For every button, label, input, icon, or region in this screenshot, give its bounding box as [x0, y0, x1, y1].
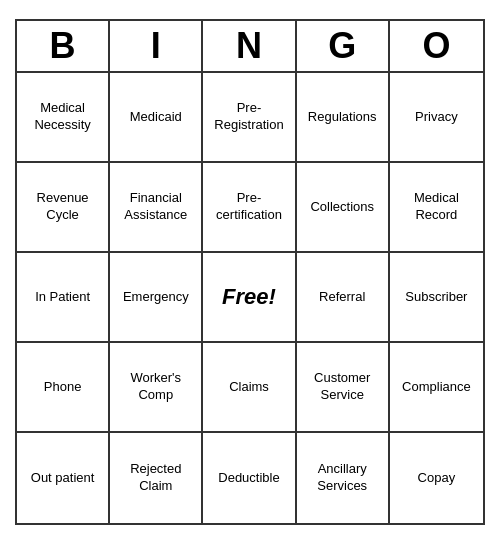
bingo-cell-13[interactable]: Referral	[297, 253, 390, 343]
bingo-cell-10[interactable]: In Patient	[17, 253, 110, 343]
bingo-cell-7[interactable]: Pre-certification	[203, 163, 296, 253]
bingo-cell-8[interactable]: Collections	[297, 163, 390, 253]
bingo-cell-18[interactable]: Customer Service	[297, 343, 390, 433]
bingo-cell-2[interactable]: Pre-Registration	[203, 73, 296, 163]
header-letter-g: G	[297, 21, 390, 71]
bingo-cell-23[interactable]: Ancillary Services	[297, 433, 390, 523]
bingo-cell-0[interactable]: Medical Necessity	[17, 73, 110, 163]
bingo-cell-22[interactable]: Deductible	[203, 433, 296, 523]
bingo-cell-3[interactable]: Regulations	[297, 73, 390, 163]
bingo-cell-1[interactable]: Medicaid	[110, 73, 203, 163]
bingo-cell-6[interactable]: Financial Assistance	[110, 163, 203, 253]
bingo-cell-14[interactable]: Subscriber	[390, 253, 483, 343]
bingo-cell-11[interactable]: Emergency	[110, 253, 203, 343]
bingo-cell-4[interactable]: Privacy	[390, 73, 483, 163]
bingo-cell-20[interactable]: Out patient	[17, 433, 110, 523]
bingo-cell-19[interactable]: Compliance	[390, 343, 483, 433]
header-letter-i: I	[110, 21, 203, 71]
header-letter-b: B	[17, 21, 110, 71]
header-letter-o: O	[390, 21, 483, 71]
bingo-cell-17[interactable]: Claims	[203, 343, 296, 433]
bingo-cell-5[interactable]: Revenue Cycle	[17, 163, 110, 253]
bingo-cell-16[interactable]: Worker's Comp	[110, 343, 203, 433]
bingo-cell-21[interactable]: Rejected Claim	[110, 433, 203, 523]
bingo-header: BINGO	[17, 21, 483, 73]
bingo-cell-12[interactable]: Free!	[203, 253, 296, 343]
bingo-cell-15[interactable]: Phone	[17, 343, 110, 433]
header-letter-n: N	[203, 21, 296, 71]
bingo-cell-24[interactable]: Copay	[390, 433, 483, 523]
bingo-grid: Medical NecessityMedicaidPre-Registratio…	[17, 73, 483, 523]
bingo-card: BINGO Medical NecessityMedicaidPre-Regis…	[15, 19, 485, 525]
bingo-cell-9[interactable]: Medical Record	[390, 163, 483, 253]
